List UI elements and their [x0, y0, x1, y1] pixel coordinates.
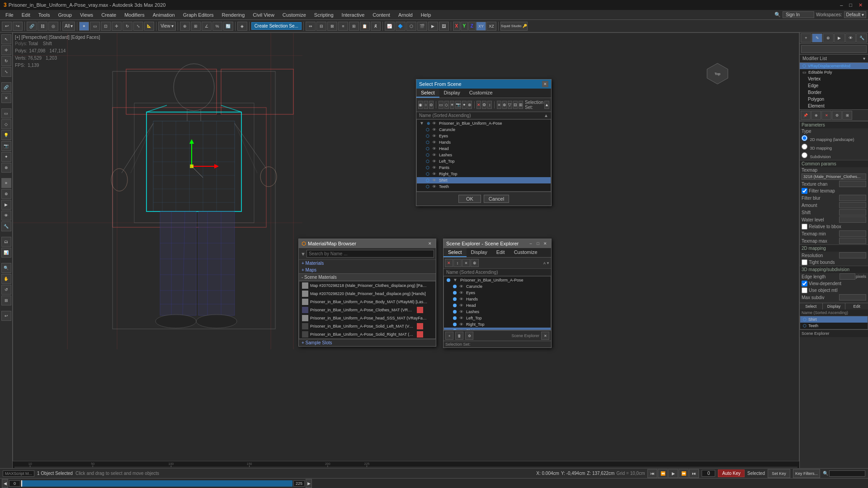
- scene-eyes[interactable]: ⬡ 👁 Eyes: [417, 133, 551, 139]
- menu-content[interactable]: Content: [369, 11, 394, 19]
- squid-studio-btn[interactable]: Squid Studio 🔑: [500, 22, 528, 31]
- scene-exp-list[interactable]: ≡: [462, 259, 470, 267]
- maxscript-btn[interactable]: MAXScript M...: [3, 470, 34, 477]
- type-subdiv-radio[interactable]: [802, 152, 807, 158]
- ok-button[interactable]: OK: [458, 195, 481, 203]
- se-hands[interactable]: 👁 Hands: [444, 296, 551, 302]
- menu-file[interactable]: File: [2, 11, 17, 19]
- scene-righttop[interactable]: ⬡ 👁 Right_Top: [417, 171, 551, 177]
- workspace-value[interactable]: Default ▾: [844, 11, 866, 18]
- mat-browser-close[interactable]: ✕: [427, 240, 433, 247]
- create-space-warp-btn[interactable]: ⊗: [1, 163, 11, 173]
- texmap-value[interactable]: 3218 (Male_Prisoner_Clothes...: [802, 174, 866, 180]
- scene-exp-sort[interactable]: ↕: [453, 259, 462, 267]
- percent-snap-btn[interactable]: %: [212, 22, 222, 31]
- pin-btn[interactable]: 📌: [801, 111, 811, 120]
- utility-btn[interactable]: 🔧: [1, 221, 11, 231]
- sort-btn[interactable]: ↕: [487, 101, 492, 109]
- go-to-end-btn[interactable]: ⏭: [689, 469, 699, 478]
- maximize-vp-btn[interactable]: ⊞: [1, 296, 11, 305]
- status-search-input[interactable]: [829, 470, 865, 477]
- use-object-mtl-checkbox[interactable]: Use object mtl: [800, 287, 868, 294]
- se-close-panel[interactable]: ✕: [541, 332, 549, 340]
- amount-input[interactable]: 3.0cm: [839, 202, 866, 208]
- set-key-btn[interactable]: Set Key: [768, 469, 790, 478]
- align2-btn[interactable]: ⊠: [327, 22, 337, 31]
- schematic-btn[interactable]: 🔷: [396, 22, 406, 31]
- dialog-close-btn[interactable]: ✕: [542, 81, 548, 87]
- scene-exp-close[interactable]: ✕: [542, 240, 548, 247]
- select-from-scene-titlebar[interactable]: Select From Scene ✕: [416, 80, 551, 89]
- filter-display-btn[interactable]: ▽: [508, 101, 512, 109]
- view-dependent-checkbox[interactable]: View-dependent: [800, 280, 868, 287]
- sub-vertex[interactable]: Vertex: [800, 75, 868, 82]
- xy-plane-btn[interactable]: XY: [476, 22, 486, 31]
- ribbon-btn[interactable]: 🎗: [371, 22, 381, 31]
- snap-toggle-btn[interactable]: ⊕: [180, 22, 190, 31]
- scene-lashes[interactable]: ⬡ 👁 Lashes: [417, 152, 551, 158]
- scene-exp-filter-clear[interactable]: ✕: [445, 259, 453, 267]
- remove-mod-btn[interactable]: ✕: [821, 111, 831, 120]
- type-subdiv-option[interactable]: Subdivision: [800, 151, 868, 160]
- se-head[interactable]: 👁 Head: [444, 302, 551, 309]
- timeline-track[interactable]: [21, 480, 292, 487]
- align-btn[interactable]: ⊟: [316, 22, 326, 31]
- mat-item-5[interactable]: Prisoner_in_Blue_Uniform_A-Pose_head_SSS…: [299, 314, 435, 322]
- select-btn[interactable]: ✦: [79, 22, 89, 31]
- maximize-btn[interactable]: □: [847, 2, 854, 8]
- tab-select[interactable]: Select: [416, 89, 439, 98]
- view-dropdown[interactable]: View ▾: [158, 22, 176, 31]
- menu-scripting[interactable]: Scripting: [311, 11, 337, 19]
- all-btn[interactable]: ◉: [418, 101, 423, 109]
- create-panel-btn[interactable]: +: [801, 33, 811, 42]
- configure-mod-btn[interactable]: ⚙: [832, 111, 842, 120]
- object-name-input[interactable]: Shirt: [801, 45, 867, 53]
- se-eyes[interactable]: 👁 Eyes: [444, 290, 551, 296]
- texmap-min-input[interactable]: 0.0: [839, 230, 866, 237]
- orbit-btn[interactable]: ↺: [1, 285, 11, 295]
- motion-btn[interactable]: ▶: [1, 200, 11, 210]
- move-btn[interactable]: ✛: [112, 22, 122, 31]
- rotate-btn[interactable]: ↻: [123, 22, 132, 31]
- sample-slots-group[interactable]: + Sample Slots: [299, 339, 436, 346]
- helper-filter-btn[interactable]: ✦: [462, 101, 467, 109]
- menu-rendering[interactable]: Rendering: [218, 11, 249, 19]
- scene-teeth[interactable]: ⬡ 👁 Teeth: [417, 183, 551, 190]
- se-caruncle[interactable]: 👁 Caruncle: [444, 283, 551, 290]
- move-tool-btn[interactable]: ✛: [1, 45, 11, 55]
- display-btn[interactable]: 👁: [1, 211, 11, 221]
- param-select-tab[interactable]: Select: [800, 303, 823, 310]
- mirror-btn[interactable]: ⇔: [306, 22, 316, 31]
- modifier-list-btn[interactable]: ≡: [1, 178, 11, 188]
- type-2d-radio[interactable]: [802, 135, 807, 141]
- frame-input[interactable]: [702, 470, 715, 477]
- type-3d-option[interactable]: 3D mapping: [800, 143, 868, 151]
- mat-item-3[interactable]: Prisoner_in_Blue_Uniform_A-Pose_Body_MAT…: [299, 298, 435, 306]
- se-settings[interactable]: ⚙: [465, 332, 473, 340]
- snap2d-btn[interactable]: ⊞: [191, 22, 201, 31]
- menu-create[interactable]: Create: [98, 11, 120, 19]
- menu-group[interactable]: Group: [54, 11, 75, 19]
- close-btn[interactable]: ✕: [857, 2, 864, 8]
- shape-filter-btn[interactable]: ◇: [444, 101, 449, 109]
- scene-materials-header[interactable]: - Scene Materials: [299, 273, 436, 281]
- timeline-back-btn[interactable]: ◀: [2, 479, 8, 488]
- tab-customize[interactable]: Customize: [465, 89, 497, 98]
- none-btn[interactable]: ○: [424, 101, 428, 109]
- se-root[interactable]: ▼ Prisoner_in_Blue_Uniform_A-Pose: [444, 277, 551, 283]
- menu-animation[interactable]: Animation: [149, 11, 179, 19]
- scene-caruncle[interactable]: ⬡ 👁 Caruncle: [417, 127, 551, 133]
- mat-item-7[interactable]: Prisoner_in_Blue_Uniform_A-Pose_Solid_Ri…: [299, 330, 435, 338]
- scale-btn[interactable]: ⤡: [133, 22, 143, 31]
- small-list-teeth[interactable]: ⬡ Teeth: [800, 323, 868, 329]
- modifier-list-chevron[interactable]: ▾: [863, 56, 865, 61]
- cancel-button[interactable]: Cancel: [484, 195, 509, 203]
- scene-exp-maximize[interactable]: □: [535, 240, 541, 247]
- navigation-cube[interactable]: Top: [706, 62, 729, 85]
- select-region-btn[interactable]: ▭: [90, 22, 100, 31]
- water-level-input[interactable]: 0.0cm: [839, 216, 866, 223]
- spinner-snap-btn[interactable]: 🔄: [223, 22, 233, 31]
- small-list-shirt[interactable]: ⬡ Shirt: [800, 316, 868, 323]
- display-panel-btn[interactable]: 👁: [845, 33, 856, 42]
- play-btn[interactable]: ▶: [668, 469, 678, 478]
